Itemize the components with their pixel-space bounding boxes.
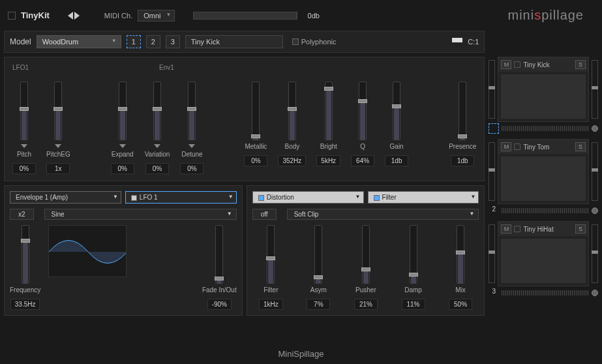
logo: minispillage [498,4,595,27]
slider-pitch[interactable] [20,82,28,140]
lfo-frequency-slider[interactable] [22,225,29,284]
distortion-tab[interactable]: Distortion [252,191,364,204]
pad-name-input[interactable]: Tiny Kick [185,35,283,48]
slider-metallic[interactable] [252,82,260,140]
pad-level-slider-3[interactable] [489,224,495,283]
keyboard-icon[interactable] [452,38,462,46]
slider-body[interactable] [288,82,296,140]
root-note[interactable]: C:1 [468,38,479,46]
preset-prev-button[interactable] [68,12,73,20]
fx-panel: Distortion Filter off Soft Clip Filter1k… [247,185,485,316]
pad-solo-1[interactable]: S [575,60,586,69]
pad-pan-3[interactable] [592,290,598,296]
pad-pan-1[interactable] [592,125,598,132]
model-bar: Model WoodDrum 1 2 3 Tiny Kick Polyphoni… [4,31,485,53]
pad-solo-3[interactable]: S [575,224,586,234]
slider-pitcheg[interactable] [54,82,62,140]
envelope-select[interactable]: Envelope 1 (Amp) [10,191,121,204]
fx-off-button[interactable]: off [252,209,277,220]
pad-select-2[interactable]: 2 [146,35,160,48]
fx-type-select[interactable]: Soft Clip [287,209,479,220]
polyphonic-toggle[interactable]: Polyphonic [292,38,337,46]
lfo-rate-button[interactable]: x2 [10,209,34,220]
pad-vol-slider-1[interactable] [592,60,598,119]
output-db: 0db [308,12,320,20]
filter-tab[interactable]: Filter [368,191,479,204]
pad-pan-2[interactable] [592,207,598,214]
pad-solo-2[interactable]: S [575,142,586,151]
fx-slider-damp[interactable] [410,225,417,284]
model-select[interactable]: WoodDrum [37,35,121,48]
slider-variation[interactable] [153,82,161,140]
slider-expand[interactable] [119,82,127,140]
env-section-label: Env1 [159,64,174,71]
slider-presence[interactable] [459,82,466,140]
pad-waveform-1[interactable] [501,74,586,119]
lfo-waveform-display [48,225,127,277]
model-label: Model [10,37,31,46]
pad-meter-2 [502,208,589,213]
fx-slider-asym[interactable] [314,225,322,284]
preset-next-button[interactable] [74,12,80,20]
slider-q[interactable] [359,82,367,140]
lfo-frequency-value: 33.5Hz [10,299,40,310]
pad-waveform-2[interactable] [501,157,586,201]
pad-active-icon [489,123,499,134]
lfo-fade-slider[interactable] [215,225,223,284]
preset-name: TinyKit [21,10,50,20]
pad-meter-1 [502,126,589,131]
lfo-frequency-label: Frequency [10,286,40,294]
lfo-panel: Envelope 1 (Amp) LFO 1 x2 Sine Frequency… [4,185,243,316]
pad-level-slider-1[interactable] [489,60,495,119]
pad-vol-slider-3[interactable] [592,224,598,283]
lfo-select[interactable]: LFO 1 [125,191,237,204]
lfo-fade-label: Fade In/Out [202,286,237,294]
pad-panel-1: M Tiny Kick S [498,57,589,122]
pad-panel-2: M Tiny Tom S [498,139,589,204]
slider-bright[interactable] [325,82,333,140]
slider-detune[interactable] [188,82,196,140]
pad-mute-1[interactable]: M [501,60,511,69]
pad-select-3[interactable]: 3 [166,35,180,48]
lfo-section-label: LFO1 [12,64,29,71]
pad-vol-slider-2[interactable] [592,142,598,201]
pad-mute-3[interactable]: M [501,224,511,234]
midi-channel-select[interactable]: Omni [138,10,174,22]
output-meter [193,12,297,20]
midi-channel-label: MIDI Ch. [104,12,132,20]
slider-gain[interactable] [393,82,400,140]
pad-meter-3 [502,290,589,296]
pad-mute-2[interactable]: M [501,142,511,151]
preset-box-icon [8,12,16,20]
pad-select-1[interactable]: 1 [127,35,141,48]
footer-title: MiniSpillage [0,344,602,364]
pad-panel-3: M Tiny HiHat S [498,221,589,286]
fx-slider-filter[interactable] [267,225,275,284]
pad-waveform-3[interactable] [501,239,586,283]
lfo-fade-value: -90% [207,299,232,310]
fx-slider-pusher[interactable] [362,225,370,284]
fx-slider-mix[interactable] [457,225,464,284]
main-sliders-panel: LFO1 Env1 Pitch0%PitchEG1xExpand0%Variat… [4,57,485,181]
pad-level-slider-2[interactable] [489,142,495,201]
lfo-shape-select[interactable]: Sine [44,209,237,220]
